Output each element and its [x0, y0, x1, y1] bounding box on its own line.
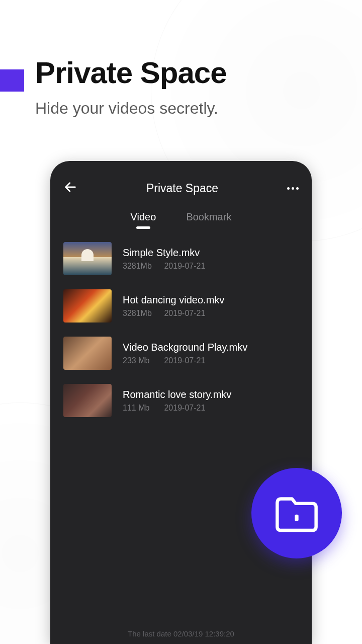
- video-date: 2019-07-21: [164, 356, 205, 365]
- app-title: Private Space: [146, 182, 218, 195]
- video-thumbnail: [63, 242, 112, 275]
- video-size: 111 Mb: [123, 404, 162, 413]
- video-meta: Simple Style.mkv 3281Mb 2019-07-21: [123, 247, 205, 271]
- video-thumbnail: [63, 384, 112, 417]
- video-meta: Romantic love story.mkv 111 Mb 2019-07-2…: [123, 389, 231, 413]
- tab-video[interactable]: Video: [131, 211, 156, 228]
- video-date: 2019-07-21: [164, 262, 205, 270]
- video-size: 3281Mb: [123, 309, 162, 318]
- video-list: Simple Style.mkv 3281Mb 2019-07-21 Hot d…: [63, 242, 299, 417]
- locked-folder-icon: [274, 493, 320, 533]
- hero-block: Private Space Hide your videos secretly.: [35, 55, 227, 118]
- video-size: 233 Mb: [123, 356, 162, 365]
- list-item[interactable]: Simple Style.mkv 3281Mb 2019-07-21: [63, 242, 299, 275]
- video-size: 3281Mb: [123, 262, 162, 271]
- list-item[interactable]: Video Background Play.mkv 233 Mb 2019-07…: [63, 337, 299, 370]
- more-horizontal-icon[interactable]: [287, 187, 299, 190]
- video-name: Romantic love story.mkv: [123, 389, 231, 400]
- video-name: Hot dancing video.mkv: [123, 294, 224, 306]
- video-meta: Video Background Play.mkv 233 Mb 2019-07…: [123, 342, 247, 365]
- phone-frame: Private Space Video Bookmark Simple Styl…: [50, 161, 312, 644]
- hero-title: Private Space: [35, 55, 227, 90]
- footer-timestamp: The last date 02/03/19 12:39:20: [50, 629, 312, 638]
- hero-subtitle: Hide your videos secretly.: [35, 99, 227, 118]
- video-name: Simple Style.mkv: [123, 247, 205, 259]
- tab-bookmark[interactable]: Bookmark: [186, 211, 231, 228]
- list-item[interactable]: Romantic love story.mkv 111 Mb 2019-07-2…: [63, 384, 299, 417]
- app-header: Private Space: [63, 176, 299, 200]
- video-thumbnail: [63, 289, 112, 323]
- list-item[interactable]: Hot dancing video.mkv 3281Mb 2019-07-21: [63, 289, 299, 323]
- back-arrow-icon[interactable]: [63, 180, 77, 196]
- svg-rect-1: [295, 515, 298, 521]
- video-thumbnail: [63, 337, 112, 370]
- tab-bar: Video Bookmark: [63, 211, 299, 228]
- video-date: 2019-07-21: [164, 404, 205, 412]
- video-name: Video Background Play.mkv: [123, 342, 247, 353]
- video-meta: Hot dancing video.mkv 3281Mb 2019-07-21: [123, 294, 224, 318]
- accent-bar: [0, 69, 24, 92]
- video-date: 2019-07-21: [164, 309, 205, 317]
- private-folder-fab[interactable]: [251, 468, 342, 558]
